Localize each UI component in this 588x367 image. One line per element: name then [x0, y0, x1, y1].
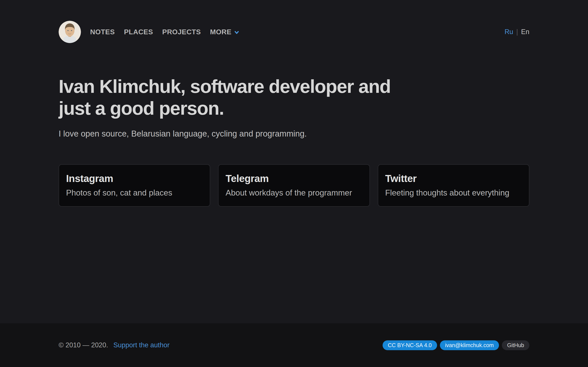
avatar-photo-icon [59, 21, 81, 43]
main-content: Ivan Klimchuk, software developer and ju… [0, 43, 588, 323]
card-twitter[interactable]: Twitter Fleeting thoughts about everythi… [378, 164, 529, 207]
email-badge[interactable]: ivan@klimchuk.com [440, 340, 499, 350]
nav-item-notes[interactable]: Notes [90, 28, 115, 36]
nav-item-places[interactable]: Places [124, 28, 153, 36]
github-badge[interactable]: GitHub [502, 340, 529, 350]
language-separator: | [516, 28, 518, 36]
card-twitter-title: Twitter [385, 173, 522, 184]
page-title: Ivan Klimchuk, software developer and ju… [59, 75, 400, 119]
nav-item-more-label: More [210, 28, 232, 36]
chevron-down-icon [234, 29, 240, 35]
card-telegram[interactable]: Telegram About workdays of the programme… [218, 164, 370, 207]
footer-left: © 2010 — 2020. Support the author [59, 341, 170, 349]
card-telegram-title: Telegram [225, 173, 362, 184]
social-cards: Instagram Photos of son, cat and places … [59, 164, 529, 207]
card-twitter-description: Fleeting thoughts about everything [385, 188, 522, 198]
nav-item-projects[interactable]: Projects [162, 28, 201, 36]
copyright-text: © 2010 — 2020. [59, 341, 108, 349]
nav-item-more[interactable]: More [210, 28, 240, 36]
page-subtitle: I love open source, Belarusian language,… [59, 129, 529, 139]
lang-ru-link[interactable]: Ru [504, 28, 513, 36]
support-author-link[interactable]: Support the author [113, 341, 170, 349]
lang-en-current: En [521, 28, 529, 36]
card-telegram-description: About workdays of the programmer [225, 188, 362, 198]
site-header: Notes Places Projects More Ru | En [0, 0, 588, 43]
license-badge[interactable]: CC BY-NC-SA 4.0 [383, 340, 437, 350]
language-switcher: Ru | En [504, 28, 529, 36]
main-nav: Notes Places Projects More [90, 28, 240, 36]
card-instagram-title: Instagram [66, 173, 203, 184]
site-footer: © 2010 — 2020. Support the author CC BY-… [0, 323, 588, 367]
avatar[interactable] [59, 21, 81, 43]
card-instagram-description: Photos of son, cat and places [66, 188, 203, 198]
footer-badges: CC BY-NC-SA 4.0 ivan@klimchuk.com GitHub [383, 340, 529, 350]
page: Notes Places Projects More Ru | En Ivan … [0, 0, 588, 367]
card-instagram[interactable]: Instagram Photos of son, cat and places [59, 164, 210, 207]
